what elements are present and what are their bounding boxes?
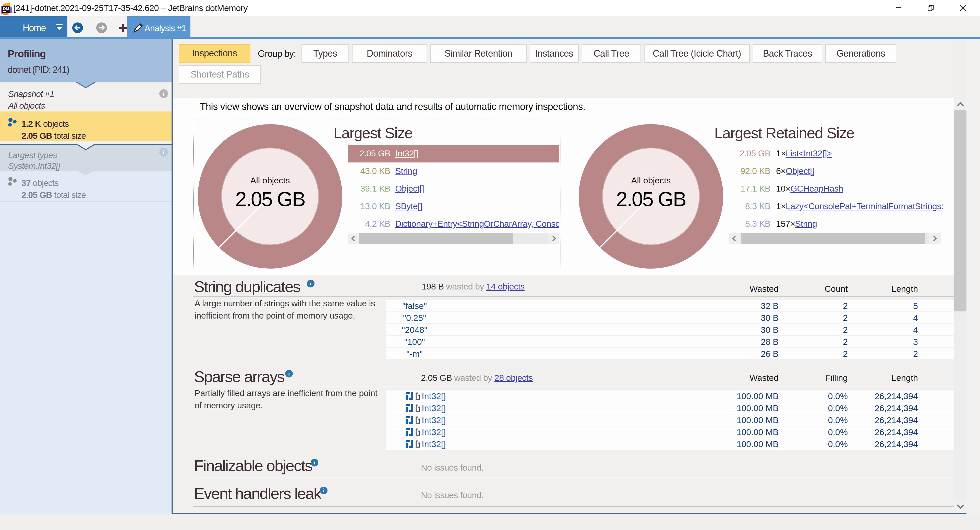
svg-text:DM: DM	[3, 6, 9, 11]
